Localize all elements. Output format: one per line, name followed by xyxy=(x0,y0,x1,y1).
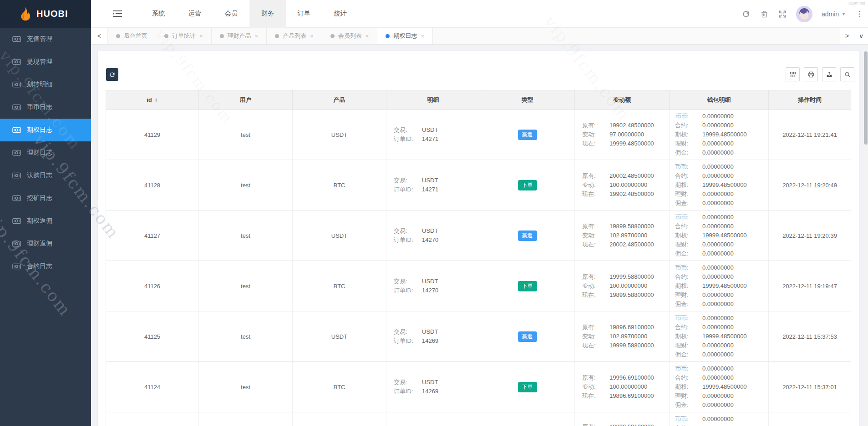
menu-fold-icon[interactable] xyxy=(113,10,122,17)
kv-line: 变动:97.00000000 xyxy=(582,130,654,139)
columns-toggle-button[interactable] xyxy=(786,67,800,81)
tabs-scroll-right-button[interactable]: > xyxy=(840,28,854,44)
kv-value: 0.00000000 xyxy=(702,172,734,179)
kv-line: 理财:0.00000000 xyxy=(675,391,747,401)
tabs-menu-button[interactable]: ∨ xyxy=(854,28,868,44)
sidebar-item[interactable]: 期权日志 xyxy=(0,119,91,141)
cell-time: 2022-12-11 19:19:47 xyxy=(769,261,851,311)
fullscreen-icon[interactable] xyxy=(778,10,787,19)
table-row: 41129testUSDT交易:USDT订单ID:14271赢返原有:19902… xyxy=(106,110,851,160)
sidebar-item[interactable]: 合约日志 xyxy=(0,255,91,278)
trash-icon[interactable] xyxy=(760,10,769,19)
cell-wallet: 币币:0.00000000合约:0.00000000期权:19999.48500… xyxy=(670,311,769,361)
kv-value: USDT xyxy=(422,177,438,184)
sidebar-item-label: 划转明细 xyxy=(27,80,52,89)
money-icon xyxy=(12,263,21,270)
kv-line: 现在:19896.69100000 xyxy=(582,391,654,401)
detail-block: 交易:USDT订单ID:14270 xyxy=(386,277,438,295)
cell-amounts: 原有:19996.69100000变动:100.00000000现在:19896… xyxy=(575,362,670,412)
column-header: 钱包明细 xyxy=(670,90,769,109)
column-header: 明细 xyxy=(386,90,480,109)
cell-detail: 交易:USDT订单ID:14270 xyxy=(386,261,480,311)
topnav-item[interactable]: 系统 xyxy=(140,0,177,28)
wallet-block: 币币:0.00000000合约:0.00000000期权:19999.48500… xyxy=(670,162,747,208)
sidebar-item[interactable]: 币币日志 xyxy=(0,96,91,119)
tab-close-icon[interactable]: × xyxy=(365,33,369,40)
tab[interactable]: 理财产品× xyxy=(212,28,267,44)
tab-status-dot xyxy=(330,34,335,38)
sidebar-item[interactable]: 认购日志 xyxy=(0,164,91,187)
tab-close-icon[interactable]: × xyxy=(310,33,314,40)
tab-status-dot xyxy=(164,34,168,38)
kv-value: 0.00000000 xyxy=(702,324,734,331)
sidebar-item[interactable]: 理财返佣 xyxy=(0,232,91,255)
kv-value: USDT xyxy=(422,278,438,285)
topnav-item[interactable]: 统计 xyxy=(322,0,359,28)
table-body: 41129testUSDT交易:USDT订单ID:14271赢返原有:19902… xyxy=(106,110,851,426)
cell-product xyxy=(293,412,386,426)
kv-line: 币币:0.00000000 xyxy=(675,112,747,121)
export-button[interactable] xyxy=(822,67,836,81)
cell-id xyxy=(106,412,199,426)
tabs-scroll-left-button[interactable]: < xyxy=(91,28,108,44)
kv-line: 现在:20002.48500000 xyxy=(582,240,654,249)
table-row: 41127testUSDT交易:USDT订单ID:14270赢返原有:19899… xyxy=(106,210,851,261)
user-menu[interactable]: admin ▼ xyxy=(822,10,846,18)
search-icon[interactable] xyxy=(840,67,854,81)
kv-value: 0.00000000 xyxy=(702,190,734,197)
print-button[interactable] xyxy=(804,67,818,81)
table-refresh-button[interactable] xyxy=(106,68,118,81)
tab-close-icon[interactable]: × xyxy=(421,33,424,40)
tab[interactable]: 产品列表× xyxy=(267,28,322,44)
kv-label: 理财: xyxy=(675,291,696,300)
logo[interactable]: HUOBI xyxy=(0,0,91,28)
money-icon xyxy=(12,195,21,201)
scrollbar-thumb[interactable] xyxy=(864,51,868,145)
table-row: 41124testBTC交易:USDT订单ID:14269下单原有:19996.… xyxy=(106,362,851,412)
kv-line: 币币:0.00000000 xyxy=(675,364,747,373)
tabs: 后台首页订单统计×理财产品×产品列表×会员列表×期权日志× xyxy=(108,28,433,44)
sort-icon[interactable]: ▲▼ xyxy=(155,98,158,102)
tab[interactable]: 订单统计× xyxy=(156,28,212,44)
kv-label: 现在: xyxy=(582,190,602,199)
kv-label: 合约: xyxy=(675,424,696,426)
sidebar-item-label: 充值管理 xyxy=(27,35,52,43)
kv-line: 期权:19999.48500000 xyxy=(675,231,747,240)
sidebar-item[interactable]: 挖矿日志 xyxy=(0,187,91,210)
tab[interactable]: 会员列表× xyxy=(322,28,378,44)
sidebar-item[interactable]: 理财日志 xyxy=(0,141,91,164)
avatar[interactable] xyxy=(796,6,812,22)
kv-value: 14271 xyxy=(422,186,438,193)
kv-label: 现在: xyxy=(582,139,602,148)
kv-value: 19896.69100000 xyxy=(609,324,654,331)
topnav-item[interactable]: 订单 xyxy=(286,0,322,28)
sidebar-item[interactable]: 提现管理 xyxy=(0,50,91,73)
tab[interactable]: 期权日志× xyxy=(377,28,433,44)
column-header[interactable]: id▲▼ xyxy=(106,90,199,109)
kv-value: 0.00000000 xyxy=(702,315,734,321)
cell-id: 41128 xyxy=(106,160,199,210)
refresh-icon[interactable] xyxy=(741,10,751,19)
tab-close-icon[interactable]: × xyxy=(255,33,259,40)
kebab-menu-icon[interactable]: ⋮ xyxy=(856,9,863,19)
tab[interactable]: 后台首页 xyxy=(108,28,156,44)
kv-value: 0.00000000 xyxy=(702,401,734,408)
sidebar-item[interactable]: 划转明细 xyxy=(0,73,91,96)
money-icon xyxy=(12,150,21,156)
cell-detail: 交易:USDT订单ID:14269 xyxy=(386,362,480,412)
sidebar-item[interactable]: 期权返佣 xyxy=(0,210,91,232)
sidebar-item[interactable]: 充值管理 xyxy=(0,28,91,50)
kv-label: 合约: xyxy=(675,171,696,180)
topnav-item[interactable]: 财务 xyxy=(249,0,286,28)
kv-value: 100.00000000 xyxy=(609,282,647,289)
kv-value: 0.00000000 xyxy=(702,163,734,170)
kv-value: 0.00000000 xyxy=(702,351,734,358)
tab-close-icon[interactable]: × xyxy=(199,33,203,40)
topnav-item[interactable]: 会员 xyxy=(213,0,249,28)
cell-amounts: 原有:19999.58800000变动:100.00000000现在:19899… xyxy=(575,261,670,311)
vertical-scrollbar xyxy=(863,45,868,426)
kv-value: 19999.48500000 xyxy=(702,232,747,239)
kv-value: 102.89700000 xyxy=(609,232,647,239)
topnav-item[interactable]: 运营 xyxy=(177,0,213,28)
amounts-block: 原有:20002.48500000变动:100.00000000现在:19902… xyxy=(575,171,654,199)
